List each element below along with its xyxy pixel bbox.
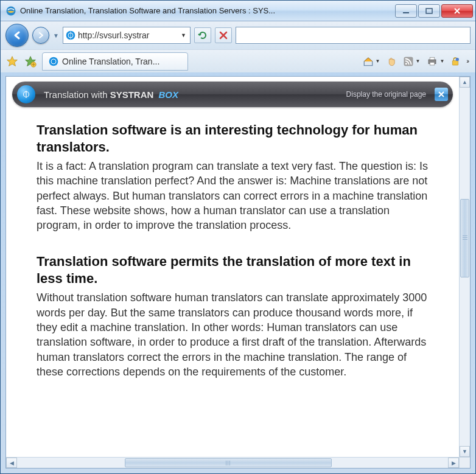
forward-arrow-icon [37, 32, 44, 39]
close-x-icon [438, 91, 445, 98]
chevron-down-icon: ▼ [439, 58, 444, 64]
close-icon [453, 8, 461, 14]
url-text: http://svsurl.systrar [78, 30, 177, 40]
nav-dropdown-icon[interactable]: ▼ [53, 32, 59, 39]
feeds-button[interactable]: ▼ [403, 56, 420, 67]
systran-brand: SYSTRAN [110, 89, 154, 100]
print-button[interactable]: ▼ [426, 56, 444, 67]
systran-toolbar: Translation with SYSTRAN BOX Display the… [12, 82, 453, 107]
star-icon [6, 55, 18, 68]
back-arrow-icon [12, 30, 23, 41]
browser-window: Online Translation, Translation Software… [0, 0, 476, 474]
display-original-link[interactable]: Display the original page [346, 90, 426, 99]
svg-point-5 [49, 57, 58, 66]
page-viewport: Translation with SYSTRAN BOX Display the… [6, 77, 459, 457]
scroll-down-button[interactable]: ▼ [460, 446, 470, 457]
star-plus-icon [24, 55, 37, 68]
stop-x-icon [219, 31, 228, 40]
safety-button[interactable] [450, 56, 460, 67]
navigation-bar: ▼ http://svsurl.systrar ▼ [1, 21, 475, 49]
scroll-corner [459, 457, 470, 468]
heading-1: Translation software is an interesting t… [37, 122, 429, 155]
maximize-button[interactable] [418, 4, 440, 18]
svg-rect-11 [453, 60, 458, 64]
add-favorites-button[interactable] [24, 55, 37, 68]
hand-tool-button[interactable] [386, 56, 397, 67]
refresh-button[interactable] [194, 27, 211, 43]
svg-point-12 [456, 58, 459, 61]
printer-icon [426, 56, 438, 67]
chevron-down-icon: ▼ [415, 58, 420, 64]
browser-tab[interactable]: Online Translation, Tran... [42, 52, 188, 71]
scroll-right-button[interactable]: ▶ [448, 458, 459, 468]
scroll-up-button[interactable]: ▲ [460, 77, 470, 88]
svg-rect-2 [426, 9, 432, 13]
tab-title: Online Translation, Tran... [62, 57, 159, 66]
vscroll-track[interactable] [460, 88, 470, 446]
ie-icon [5, 5, 16, 16]
systran-site-icon [66, 30, 75, 40]
scroll-left-button[interactable]: ◀ [6, 458, 17, 468]
paragraph-2: Without translation software human trans… [37, 290, 429, 379]
window-title: Online Translation, Translation Software… [20, 6, 394, 15]
stop-button[interactable] [215, 27, 232, 43]
svg-rect-1 [403, 12, 409, 13]
home-button[interactable]: ▼ [362, 56, 380, 67]
title-bar: Online Translation, Translation Software… [1, 1, 475, 21]
paragraph-1: It is a fact: A translation program can … [37, 159, 429, 232]
systran-close-button[interactable] [435, 88, 448, 101]
hand-icon [386, 56, 397, 67]
systran-site-icon [49, 57, 58, 66]
systran-logo-icon [17, 85, 35, 103]
search-input[interactable] [236, 27, 471, 44]
article-body: Translation software is an interesting t… [6, 110, 459, 406]
vscroll-thumb[interactable] [460, 199, 469, 278]
vertical-scrollbar[interactable]: ▲ ▼ [459, 77, 470, 457]
svg-point-7 [405, 63, 407, 64]
home-icon [362, 56, 374, 67]
expand-toolbar-button[interactable]: ›› [466, 58, 468, 64]
forward-button[interactable] [32, 27, 49, 44]
favorites-star-button[interactable] [5, 55, 19, 68]
minimize-button[interactable] [395, 4, 417, 18]
hscroll-track[interactable] [17, 458, 448, 468]
command-bar: ▼ ▼ ▼ ›› [193, 56, 471, 67]
heading-2: Translation software permits the transla… [37, 253, 429, 287]
tab-bar: Online Translation, Tran... ▼ ▼ ▼ ›› [1, 49, 475, 72]
systran-prefix: Translation with [44, 89, 108, 100]
address-bar[interactable]: http://svsurl.systrar ▼ [63, 27, 191, 44]
svg-rect-9 [430, 57, 435, 60]
horizontal-scrollbar[interactable]: ◀ ▶ [6, 457, 459, 468]
minimize-icon [402, 8, 410, 14]
chevron-down-icon: ▼ [376, 58, 380, 64]
refresh-icon [198, 30, 208, 40]
content-frame: Translation with SYSTRAN BOX Display the… [5, 76, 471, 469]
systran-product: BOX [159, 89, 179, 100]
svg-rect-10 [430, 62, 435, 65]
address-dropdown-icon[interactable]: ▼ [180, 32, 187, 38]
maximize-icon [425, 8, 433, 14]
systran-title: Translation with SYSTRAN BOX [44, 89, 178, 100]
lock-icon [450, 56, 460, 67]
close-button[interactable] [441, 4, 473, 18]
back-button[interactable] [5, 24, 29, 47]
rss-icon [403, 56, 414, 67]
hscroll-thumb[interactable] [125, 458, 332, 467]
